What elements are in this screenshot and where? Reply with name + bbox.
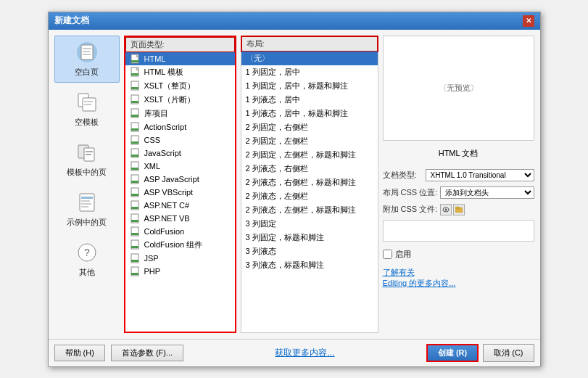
list-item[interactable]: ColdFusion 组件 bbox=[125, 238, 235, 252]
svg-rect-49 bbox=[131, 233, 138, 235]
sidebar-item-other[interactable]: ? 其他 bbox=[54, 236, 120, 283]
list-item[interactable]: ASP.NET VB bbox=[125, 212, 235, 225]
layout-css-select[interactable]: 添加到文档头 新建文件 bbox=[440, 186, 534, 199]
list-item[interactable]: XSLT（整页） bbox=[125, 79, 235, 93]
svg-rect-35 bbox=[131, 141, 138, 144]
svg-rect-43 bbox=[131, 194, 138, 196]
svg-rect-47 bbox=[131, 220, 138, 222]
svg-rect-55 bbox=[131, 273, 138, 275]
svg-rect-4 bbox=[83, 54, 91, 55]
js-icon bbox=[130, 148, 141, 158]
dialog-title: 新建文档 bbox=[54, 15, 89, 27]
list-item[interactable]: 3 列液态，标题和脚注 bbox=[241, 258, 378, 272]
jsp-icon bbox=[130, 253, 141, 263]
list-item[interactable]: ColdFusion bbox=[125, 225, 235, 238]
list-item[interactable]: JavaScript bbox=[125, 147, 235, 160]
list-item[interactable]: 3 列固定，标题和脚注 bbox=[241, 231, 378, 245]
list-item[interactable]: 1 列固定，居中，标题和脚注 bbox=[241, 79, 378, 93]
coldfusion-icon bbox=[130, 226, 141, 237]
svg-rect-53 bbox=[131, 260, 138, 262]
enable-checkbox-row: 启用 bbox=[383, 249, 534, 260]
cancel-button[interactable]: 取消 (C) bbox=[483, 344, 534, 362]
list-item[interactable]: CSS bbox=[125, 133, 235, 147]
doc-type-select[interactable]: XHTML 1.0 Transitional XHTML 1.0 Strict … bbox=[426, 169, 534, 181]
svg-rect-29 bbox=[131, 101, 138, 103]
list-item[interactable]: HTML bbox=[125, 52, 235, 65]
sidebar-item-template-page[interactable]: 模板中的页 bbox=[54, 136, 120, 183]
preview-box: 〈无预览〉 bbox=[383, 36, 534, 141]
link1[interactable]: 了解有关 bbox=[383, 268, 415, 276]
xslt-full-icon bbox=[130, 81, 141, 91]
list-item[interactable]: 1 列固定，居中 bbox=[241, 65, 378, 79]
enable-label: 启用 bbox=[395, 249, 411, 260]
close-button[interactable]: ✕ bbox=[523, 15, 534, 27]
aspnet-cs-icon bbox=[130, 200, 141, 210]
layouts-panel: 布局: 〈无〉 1 列固定，居中 1 列固定，居中，标题和脚注 1 列液态，居中… bbox=[241, 36, 378, 333]
attach-css-textarea[interactable] bbox=[383, 220, 534, 242]
list-item[interactable]: 库项目 bbox=[125, 107, 235, 120]
list-item[interactable]: 1 列液态，居中，标题和脚注 bbox=[241, 107, 378, 120]
xslt-frag-icon bbox=[130, 94, 141, 104]
enable-checkbox[interactable] bbox=[383, 250, 392, 259]
list-item[interactable]: XML bbox=[125, 160, 235, 173]
list-item[interactable]: ASP JavaScript bbox=[125, 173, 235, 186]
actionscript-icon bbox=[130, 122, 141, 132]
list-item[interactable]: HTML 模板 bbox=[125, 65, 235, 79]
title-bar: 新建文档 ✕ bbox=[49, 12, 540, 30]
list-item[interactable]: 2 列液态，右侧栏，标题和脚注 bbox=[241, 176, 378, 189]
no-preview-text: 〈无预览〉 bbox=[439, 83, 479, 94]
layouts-header: 布局: bbox=[241, 36, 378, 52]
svg-rect-7 bbox=[84, 101, 93, 102]
list-item[interactable]: 3 列固定 bbox=[241, 217, 378, 231]
example-page-icon bbox=[75, 191, 99, 214]
svg-rect-15 bbox=[81, 200, 90, 202]
svg-rect-27 bbox=[131, 87, 138, 89]
list-item[interactable]: JSP bbox=[125, 252, 235, 265]
list-item[interactable]: 2 列液态，右侧栏 bbox=[241, 162, 378, 176]
doc-type-label: 文档类型: bbox=[383, 170, 423, 181]
list-item[interactable]: 2 列液态，左侧栏 bbox=[241, 189, 378, 203]
svg-rect-45 bbox=[131, 207, 138, 209]
svg-text:?: ? bbox=[84, 247, 90, 258]
attach-css-eye-btn[interactable] bbox=[440, 204, 452, 215]
html-file-icon bbox=[130, 54, 141, 64]
svg-rect-39 bbox=[131, 168, 138, 170]
help-button[interactable]: 帮助 (H) bbox=[54, 345, 105, 361]
list-item[interactable]: 2 列固定，左侧栏，标题和脚注 bbox=[241, 148, 378, 162]
page-types-header: 页面类型: bbox=[125, 36, 236, 53]
svg-rect-8 bbox=[84, 104, 91, 105]
list-item[interactable]: XSLT（片断） bbox=[125, 93, 235, 107]
list-item[interactable]: 2 列固定，右侧栏 bbox=[241, 120, 378, 134]
create-button[interactable]: 创建 (R) bbox=[426, 344, 479, 362]
blank-template-label: 空模板 bbox=[75, 117, 99, 128]
svg-rect-3 bbox=[83, 51, 90, 52]
link2[interactable]: Editing 的更多内容... bbox=[383, 279, 456, 287]
list-item[interactable]: 2 列液态，左侧栏，标题和脚注 bbox=[241, 203, 378, 217]
list-item[interactable]: ActionScript bbox=[125, 120, 235, 133]
blank-page-label: 空白页 bbox=[75, 67, 99, 78]
other-icon: ? bbox=[75, 241, 99, 264]
attach-css-folder-btn[interactable] bbox=[453, 204, 465, 215]
list-item[interactable]: 〈无〉 bbox=[241, 52, 378, 65]
list-item[interactable]: ASP.NET C# bbox=[125, 199, 235, 212]
list-item[interactable]: 3 列液态 bbox=[241, 245, 378, 258]
asp-vbs-icon bbox=[130, 187, 141, 197]
get-more-link[interactable]: 获取更多内容... bbox=[275, 348, 334, 358]
list-item[interactable]: 2 列固定，左侧栏 bbox=[241, 134, 378, 148]
sidebar-item-example-page[interactable]: 示例中的页 bbox=[54, 186, 120, 233]
svg-rect-11 bbox=[86, 151, 93, 152]
list-item[interactable]: ASP VBScript bbox=[125, 186, 235, 199]
list-item[interactable]: PHP bbox=[125, 265, 235, 278]
template-page-label: 模板中的页 bbox=[67, 167, 107, 178]
sidebar-item-blank-page[interactable]: 空白页 bbox=[54, 36, 120, 83]
svg-rect-13 bbox=[80, 194, 94, 211]
svg-rect-31 bbox=[131, 115, 138, 117]
xml-icon bbox=[130, 161, 141, 171]
new-document-dialog: 新建文档 ✕ 空白页 bbox=[48, 12, 541, 367]
svg-rect-2 bbox=[83, 48, 91, 49]
svg-rect-22 bbox=[131, 60, 138, 62]
template-page-icon bbox=[75, 141, 99, 164]
list-item[interactable]: 1 列液态，居中 bbox=[241, 93, 378, 107]
prefs-button[interactable]: 首选参数 (F)... bbox=[111, 345, 183, 361]
sidebar-item-blank-template[interactable]: 空模板 bbox=[54, 86, 120, 133]
